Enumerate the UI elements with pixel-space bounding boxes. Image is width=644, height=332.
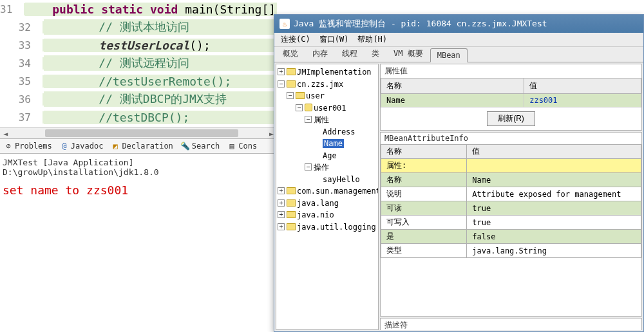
tree-item-label[interactable]: user001 bbox=[314, 103, 346, 112]
tab-overview[interactable]: 概览 bbox=[276, 46, 305, 62]
tab-problems[interactable]: ⊘Problems bbox=[0, 140, 56, 152]
line-number: 34 bbox=[0, 57, 44, 69]
code-content[interactable]: //testDBCP(); bbox=[44, 111, 277, 124]
tab-label: Javadoc bbox=[71, 142, 104, 151]
expand-icon[interactable]: + bbox=[278, 199, 285, 207]
info-key-cell: 名称 bbox=[381, 173, 467, 187]
scrollbar-thumb[interactable] bbox=[45, 129, 238, 137]
info-key-cell: 可读 bbox=[381, 201, 467, 216]
views-tab-bar: ⊘Problems @Javadoc ◩Declaration 🔦Search … bbox=[0, 138, 277, 154]
collapse-icon[interactable]: − bbox=[287, 92, 294, 99]
collapse-icon[interactable]: − bbox=[305, 116, 312, 123]
line-number: 35 bbox=[0, 75, 44, 88]
tree-item-label[interactable]: 操作 bbox=[314, 163, 329, 172]
tree-item-label[interactable]: JMImplementation bbox=[297, 68, 372, 77]
expand-icon[interactable]: + bbox=[278, 211, 285, 218]
tab-mbean[interactable]: MBean bbox=[430, 48, 468, 62]
code-content[interactable]: testUserLocal(); bbox=[44, 39, 277, 52]
window-titlebar[interactable]: ♨ Java 监视和管理控制台 - pid: 16084 cn.zzs.jmx.… bbox=[274, 15, 643, 33]
attribute-value-panel: 属性值 名称值 Namezzs001 刷新(R) bbox=[380, 64, 642, 131]
tree-item-label[interactable]: cn.zzs.jmx bbox=[297, 79, 343, 88]
collapse-icon[interactable]: − bbox=[296, 104, 303, 111]
expand-icon[interactable]: + bbox=[278, 223, 285, 230]
tree-item-name-selected[interactable]: Name bbox=[323, 139, 344, 148]
attr-value-cell[interactable]: zzs001 bbox=[524, 94, 641, 107]
jconsole-tabs: 概览 内存 线程 类 VM 概要 MBean bbox=[274, 47, 643, 62]
refresh-button[interactable]: 刷新(R) bbox=[487, 111, 535, 126]
tree-item-label[interactable]: com.sun.management bbox=[297, 187, 379, 196]
col-header-name[interactable]: 名称 bbox=[381, 145, 467, 159]
folder-icon bbox=[287, 68, 296, 75]
attr-name-cell[interactable]: Name bbox=[381, 94, 524, 107]
at-icon: @ bbox=[60, 142, 69, 151]
line-number: 36 bbox=[0, 93, 44, 106]
mbean-tree[interactable]: +JMImplementation −cn.zzs.jmx −user −use… bbox=[276, 64, 379, 330]
error-icon: ⊘ bbox=[4, 142, 13, 151]
console-header: JMXTest [Java Application] D:\growUp\ins… bbox=[0, 154, 277, 181]
folder-icon bbox=[287, 80, 296, 88]
menubar: 连接(C) 窗口(W) 帮助(H) bbox=[274, 33, 643, 47]
info-key-cell: 类型 bbox=[381, 244, 467, 258]
tab-javadoc[interactable]: @Javadoc bbox=[56, 140, 108, 152]
search-icon: 🔦 bbox=[181, 142, 190, 151]
window-title: Java 监视和管理控制台 - pid: 16084 cn.zzs.jmx.JM… bbox=[294, 18, 547, 30]
java-icon: ♨ bbox=[279, 19, 290, 29]
code-content[interactable]: //testUserRemote(); bbox=[44, 75, 277, 88]
scroll-left-icon[interactable]: ◄ bbox=[0, 128, 11, 139]
expand-icon[interactable]: + bbox=[278, 68, 285, 75]
horizontal-scrollbar[interactable]: ◄ ► bbox=[0, 127, 277, 138]
info-key-cell: 属性: bbox=[381, 159, 467, 173]
tree-item-label[interactable]: Age bbox=[323, 151, 337, 160]
col-header-value[interactable]: 值 bbox=[524, 78, 641, 94]
info-value-cell: true bbox=[467, 201, 641, 216]
folder-icon bbox=[296, 92, 305, 99]
tab-threads[interactable]: 线程 bbox=[335, 46, 365, 62]
jconsole-window: ♨ Java 监视和管理控制台 - pid: 16084 cn.zzs.jmx.… bbox=[274, 14, 644, 332]
info-value-cell: java.lang.String bbox=[467, 244, 641, 258]
tree-item-label[interactable]: 属性 bbox=[314, 115, 329, 124]
menu-help[interactable]: 帮助(H) bbox=[354, 33, 391, 46]
folder-icon bbox=[287, 187, 296, 194]
tab-label: Cons bbox=[238, 142, 257, 151]
info-key-cell: 说明 bbox=[381, 187, 467, 201]
tab-memory[interactable]: 内存 bbox=[305, 46, 335, 62]
tab-declaration[interactable]: ◩Declaration bbox=[107, 140, 176, 152]
panel-title: 描述符 bbox=[381, 318, 641, 330]
tree-item-label[interactable]: user bbox=[306, 91, 325, 100]
menu-window[interactable]: 窗口(W) bbox=[316, 33, 353, 46]
tab-classes[interactable]: 类 bbox=[365, 46, 386, 62]
code-editor[interactable]: 31public static void main(String[] args)… bbox=[0, 0, 277, 127]
descriptor-panel: 描述符 名称值 bbox=[380, 318, 642, 330]
expand-icon[interactable]: + bbox=[278, 187, 285, 194]
info-value-cell: Attribute exposed for management bbox=[467, 187, 641, 201]
tab-label: Problems bbox=[15, 142, 52, 151]
line-number: 37 bbox=[0, 111, 44, 124]
menu-connect[interactable]: 连接(C) bbox=[277, 33, 314, 46]
tab-vm[interactable]: VM 概要 bbox=[386, 46, 430, 62]
info-value-cell: Name bbox=[467, 173, 641, 187]
col-header-name[interactable]: 名称 bbox=[381, 78, 524, 94]
mbean-attribute-info-panel: MBeanAttributeInfo 名称值 属性:名称Name说明Attrib… bbox=[380, 132, 642, 317]
tree-item-label[interactable]: java.lang bbox=[297, 198, 339, 207]
tab-search[interactable]: 🔦Search bbox=[177, 140, 223, 152]
info-value-cell: true bbox=[467, 216, 641, 230]
folder-icon bbox=[287, 199, 296, 207]
info-key-cell: 是 bbox=[381, 230, 467, 244]
tree-item-label[interactable]: sayHello bbox=[323, 174, 360, 183]
collapse-icon[interactable]: − bbox=[305, 163, 312, 171]
code-content[interactable]: // 测试DBCP的JMX支持 bbox=[44, 91, 277, 107]
col-header-value[interactable]: 值 bbox=[467, 145, 641, 159]
folder-icon bbox=[287, 211, 296, 218]
tree-item-label[interactable]: Address bbox=[323, 127, 355, 136]
collapse-icon[interactable]: − bbox=[278, 80, 285, 88]
tree-item-label[interactable]: java.nio bbox=[297, 210, 334, 219]
tab-label: Search bbox=[192, 142, 220, 151]
info-key-cell: 可写入 bbox=[381, 216, 467, 230]
info-value-cell: false bbox=[467, 230, 641, 244]
code-content[interactable]: // 测试本地访问 bbox=[44, 19, 277, 35]
code-content[interactable]: // 测试远程访问 bbox=[44, 55, 277, 71]
tree-item-label[interactable]: java.util.logging bbox=[297, 222, 376, 231]
code-content[interactable]: public static void main(String[] args) t… bbox=[25, 3, 277, 16]
tab-console[interactable]: ▤Cons bbox=[223, 140, 261, 152]
console-output[interactable]: set name to zzs001 bbox=[0, 181, 277, 199]
